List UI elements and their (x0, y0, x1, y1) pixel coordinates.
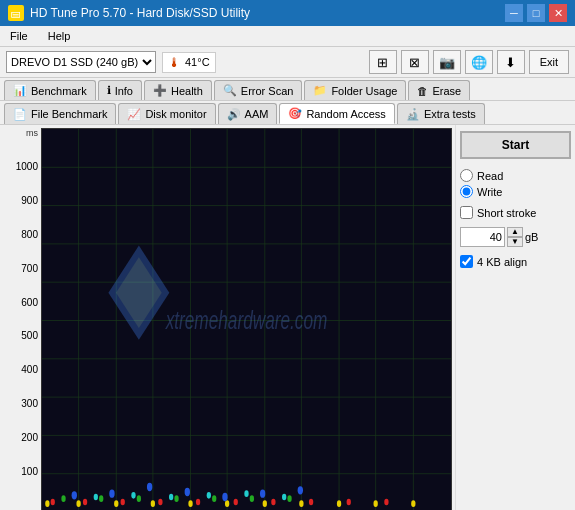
file-benchmark-icon: 📄 (13, 108, 27, 121)
y-axis-label: ms (26, 128, 38, 138)
folder-icon: 📁 (313, 84, 327, 97)
tab-aam[interactable]: 🔊AAM (218, 103, 278, 124)
svg-point-54 (94, 494, 98, 501)
svg-point-27 (337, 500, 341, 507)
aam-icon: 🔊 (227, 108, 241, 121)
tab-health[interactable]: ➕Health (144, 80, 212, 100)
tab-random-access[interactable]: 🎯Random Access (279, 103, 394, 124)
toolbar-icon-3[interactable]: 📷 (433, 50, 461, 74)
svg-point-59 (282, 494, 286, 501)
write-radio[interactable] (460, 185, 473, 198)
svg-rect-62 (116, 257, 162, 328)
y-axis: ms 1000 900 800 700 600 500 400 300 200 … (3, 128, 41, 510)
y-tick-100: 100 (21, 466, 38, 477)
spinner-down-button[interactable]: ▼ (507, 237, 523, 247)
align-label[interactable]: 4 KB align (460, 255, 571, 268)
read-radio-label[interactable]: Read (460, 169, 571, 182)
svg-point-46 (287, 495, 291, 502)
menu-bar: File Help (0, 26, 575, 47)
health-icon: ➕ (153, 84, 167, 97)
svg-point-48 (109, 490, 114, 498)
chart-svg: xtremehardware.com (42, 129, 451, 510)
toolbar-icon-5[interactable]: ⬇ (497, 50, 525, 74)
minimize-button[interactable]: ─ (505, 4, 523, 22)
tab-benchmark[interactable]: 📊Benchmark (4, 80, 96, 100)
thermometer-icon: 🌡 (168, 55, 181, 70)
toolbar-icon-4[interactable]: 🌐 (465, 50, 493, 74)
start-button[interactable]: Start (460, 131, 571, 159)
svg-point-26 (299, 500, 303, 507)
write-label: Write (477, 186, 502, 198)
toolbar-icons: ⊞ ⊠ 📷 🌐 ⬇ Exit (369, 50, 569, 74)
tab-extra-tests[interactable]: 🔬Extra tests (397, 103, 485, 124)
svg-point-58 (244, 490, 248, 497)
random-access-icon: 🎯 (288, 107, 302, 120)
svg-point-22 (151, 500, 155, 507)
svg-point-56 (169, 494, 173, 501)
temperature-display: 🌡 41°C (162, 52, 216, 73)
tab-disk-monitor[interactable]: 📈Disk monitor (118, 103, 215, 124)
extra-tests-icon: 🔬 (406, 108, 420, 121)
svg-point-36 (271, 499, 275, 506)
benchmark-icon: 📊 (13, 84, 27, 97)
align-text: 4 KB align (477, 256, 527, 268)
tab-file-benchmark[interactable]: 📄File Benchmark (4, 103, 116, 124)
svg-point-57 (207, 492, 211, 499)
svg-point-47 (72, 491, 77, 499)
svg-point-21 (114, 500, 118, 507)
title-controls: ─ □ ✕ (505, 4, 567, 22)
tab-folder-usage[interactable]: 📁Folder Usage (304, 80, 406, 100)
toolbar-icon-2[interactable]: ⊠ (401, 50, 429, 74)
svg-point-53 (298, 486, 303, 494)
short-stroke-checkbox[interactable] (460, 206, 473, 219)
window-title: HD Tune Pro 5.70 - Hard Disk/SSD Utility (30, 6, 250, 20)
error-scan-icon: 🔍 (223, 84, 237, 97)
chart-with-yaxis: ms 1000 900 800 700 600 500 400 300 200 … (3, 128, 452, 510)
svg-point-50 (185, 488, 190, 496)
app-icon: 🖴 (8, 5, 24, 21)
tab-error-scan[interactable]: 🔍Error Scan (214, 80, 303, 100)
toolbar-icon-1[interactable]: ⊞ (369, 50, 397, 74)
maximize-button[interactable]: □ (527, 4, 545, 22)
spinner-unit: gB (525, 231, 538, 243)
exit-button[interactable]: Exit (529, 50, 569, 74)
spinner-group: ▲ ▼ gB (460, 227, 571, 247)
drive-select[interactable]: DREVO D1 SSD (240 gB) (6, 51, 156, 73)
menu-help[interactable]: Help (44, 28, 75, 44)
y-tick-800: 800 (21, 229, 38, 240)
info-icon: ℹ (107, 84, 111, 97)
y-tick-900: 900 (21, 195, 38, 206)
align-checkbox[interactable] (460, 255, 473, 268)
y-tick-600: 600 (21, 297, 38, 308)
tab-info[interactable]: ℹInfo (98, 80, 142, 100)
disk-monitor-icon: 📈 (127, 108, 141, 121)
y-tick-700: 700 (21, 263, 38, 274)
stroke-size-input[interactable] (460, 227, 505, 247)
menu-file[interactable]: File (6, 28, 32, 44)
write-radio-label[interactable]: Write (460, 185, 571, 198)
erase-icon: 🗑 (417, 85, 428, 97)
svg-point-23 (188, 500, 192, 507)
short-stroke-label[interactable]: Short stroke (460, 206, 571, 219)
svg-point-55 (131, 492, 135, 499)
tabs-row-2: 📄File Benchmark 📈Disk monitor 🔊AAM 🎯Rand… (0, 101, 575, 125)
svg-point-19 (45, 500, 49, 507)
read-write-group: Read Write (460, 169, 571, 198)
right-panel: Start Read Write Short stroke ▲ ▼ gB (455, 125, 575, 510)
chart-section: ms 1000 900 800 700 600 500 400 300 200 … (0, 125, 455, 510)
spinner-buttons: ▲ ▼ (507, 227, 523, 247)
tab-erase[interactable]: 🗑Erase (408, 80, 470, 100)
svg-point-29 (411, 500, 415, 507)
svg-point-35 (234, 499, 238, 506)
svg-point-40 (61, 495, 65, 502)
toolbar: DREVO D1 SSD (240 gB) 🌡 41°C ⊞ ⊠ 📷 🌐 ⬇ E… (0, 47, 575, 78)
svg-point-33 (158, 499, 162, 506)
close-button[interactable]: ✕ (549, 4, 567, 22)
spinner-up-button[interactable]: ▲ (507, 227, 523, 237)
read-radio[interactable] (460, 169, 473, 182)
svg-point-20 (76, 500, 80, 507)
svg-point-31 (83, 499, 87, 506)
main-content: ms 1000 900 800 700 600 500 400 300 200 … (0, 125, 575, 510)
y-tick-500: 500 (21, 330, 38, 341)
chart-canvas: xtremehardware.com (41, 128, 452, 510)
